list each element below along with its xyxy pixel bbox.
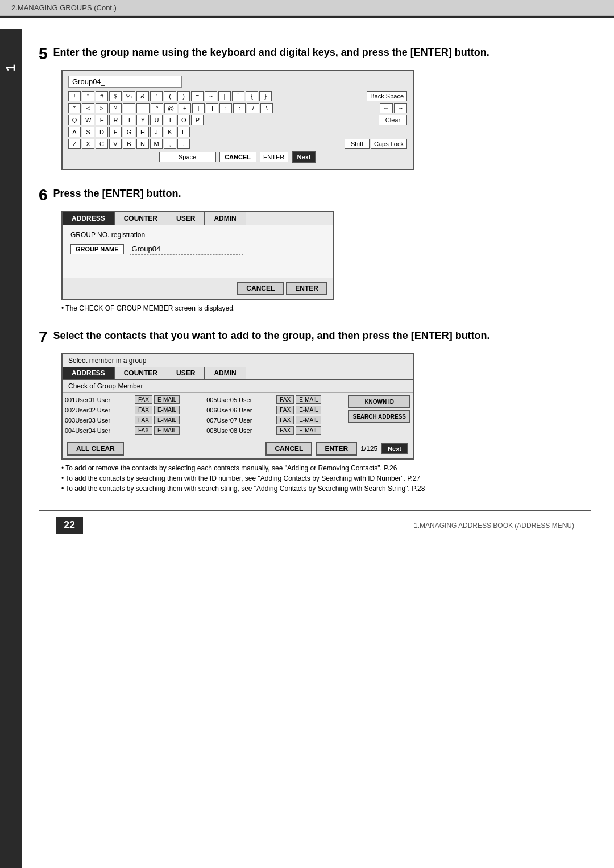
key-s[interactable]: S bbox=[82, 127, 94, 137]
key-apos[interactable]: ' bbox=[150, 91, 163, 101]
key-capslock[interactable]: Caps Lock bbox=[371, 139, 407, 149]
key-p[interactable]: P bbox=[191, 115, 204, 125]
key-open-bracket[interactable]: [ bbox=[192, 103, 205, 113]
key-star[interactable]: * bbox=[68, 103, 81, 113]
key-equals[interactable]: = bbox=[191, 91, 204, 101]
key-u[interactable]: U bbox=[150, 115, 163, 125]
key-z[interactable]: Z bbox=[68, 139, 81, 149]
key-i[interactable]: I bbox=[164, 115, 176, 125]
member-email-001[interactable]: E-MAIL bbox=[154, 395, 180, 404]
key-v[interactable]: V bbox=[109, 139, 122, 149]
tab-counter[interactable]: COUNTER bbox=[115, 212, 167, 225]
key-c[interactable]: C bbox=[96, 139, 108, 149]
key-pipe[interactable]: | bbox=[218, 91, 231, 101]
tab-user[interactable]: USER bbox=[167, 212, 205, 225]
key-percent[interactable]: % bbox=[123, 91, 135, 101]
member-email-008[interactable]: E-MAIL bbox=[296, 426, 321, 435]
key-f[interactable]: F bbox=[109, 127, 122, 137]
key-clear[interactable]: Clear bbox=[379, 115, 407, 125]
key-cancel[interactable]: CANCEL bbox=[219, 152, 256, 162]
key-close-paren[interactable]: ) bbox=[177, 91, 190, 101]
member-fax-008[interactable]: FAX bbox=[276, 426, 294, 435]
key-o[interactable]: O bbox=[177, 115, 190, 125]
member-fax-005[interactable]: FAX bbox=[276, 395, 294, 404]
key-backtick[interactable]: ` bbox=[232, 91, 244, 101]
member-email-004[interactable]: E-MAIL bbox=[154, 426, 180, 435]
key-l[interactable]: L bbox=[177, 127, 190, 137]
key-a[interactable]: A bbox=[68, 127, 81, 137]
member-fax-006[interactable]: FAX bbox=[276, 406, 294, 414]
key-open-paren[interactable]: ( bbox=[164, 91, 176, 101]
member-email-003[interactable]: E-MAIL bbox=[154, 416, 180, 424]
tab-address[interactable]: ADDRESS bbox=[63, 212, 115, 225]
key-period[interactable]: . bbox=[177, 139, 190, 149]
key-at[interactable]: @ bbox=[164, 103, 177, 113]
member-fax-004[interactable]: FAX bbox=[135, 426, 152, 435]
key-colon[interactable]: : bbox=[233, 103, 246, 113]
key-q[interactable]: Q bbox=[68, 115, 81, 125]
key-close-brace[interactable]: } bbox=[259, 91, 272, 101]
known-id-button[interactable]: KNOWN ID bbox=[348, 395, 410, 408]
key-dash[interactable]: — bbox=[136, 103, 150, 113]
key-backslash[interactable]: \ bbox=[260, 103, 273, 113]
key-left-arrow[interactable]: ← bbox=[380, 103, 393, 113]
key-exclaim[interactable]: ! bbox=[68, 91, 81, 101]
key-y[interactable]: Y bbox=[136, 115, 149, 125]
key-dollar[interactable]: $ bbox=[109, 91, 122, 101]
key-space[interactable]: Space bbox=[159, 152, 216, 162]
member-email-005[interactable]: E-MAIL bbox=[296, 395, 321, 404]
key-semicolon[interactable]: ; bbox=[219, 103, 232, 113]
key-caret[interactable]: ^ bbox=[151, 103, 163, 113]
key-shift[interactable]: Shift bbox=[345, 139, 370, 149]
key-w[interactable]: W bbox=[82, 115, 94, 125]
key-gt[interactable]: > bbox=[96, 103, 108, 113]
key-r[interactable]: R bbox=[109, 115, 122, 125]
tab7-admin[interactable]: ADMIN bbox=[205, 367, 246, 379]
member-email-006[interactable]: E-MAIL bbox=[296, 406, 321, 414]
tab7-user[interactable]: USER bbox=[167, 367, 205, 379]
key-e[interactable]: E bbox=[96, 115, 108, 125]
step7-cancel-button[interactable]: CANCEL bbox=[265, 442, 312, 456]
key-comma[interactable]: , bbox=[164, 139, 176, 149]
key-tilde[interactable]: ~ bbox=[205, 91, 217, 101]
key-hash[interactable]: # bbox=[96, 91, 108, 101]
key-t[interactable]: T bbox=[123, 115, 135, 125]
step7-all-clear-button[interactable]: ALL CLEAR bbox=[67, 442, 124, 456]
step7-next-button[interactable]: Next bbox=[381, 443, 408, 454]
step7-enter-button[interactable]: ENTER bbox=[316, 442, 357, 456]
step6-enter-button[interactable]: ENTER bbox=[286, 282, 327, 295]
key-b[interactable]: B bbox=[123, 139, 135, 149]
key-h[interactable]: H bbox=[136, 127, 149, 137]
key-plus[interactable]: + bbox=[179, 103, 191, 113]
key-g[interactable]: G bbox=[123, 127, 135, 137]
key-k[interactable]: K bbox=[164, 127, 176, 137]
member-fax-007[interactable]: FAX bbox=[276, 416, 294, 424]
member-email-007[interactable]: E-MAIL bbox=[296, 416, 321, 424]
key-n[interactable]: N bbox=[136, 139, 149, 149]
key-close-bracket[interactable]: ] bbox=[206, 103, 218, 113]
key-j[interactable]: J bbox=[150, 127, 163, 137]
key-open-brace[interactable]: { bbox=[246, 91, 258, 101]
member-fax-002[interactable]: FAX bbox=[135, 406, 152, 414]
member-fax-003[interactable]: FAX bbox=[135, 416, 152, 424]
key-d[interactable]: D bbox=[96, 127, 108, 137]
step6-cancel-button[interactable]: CANCEL bbox=[237, 282, 284, 295]
key-amp[interactable]: & bbox=[136, 91, 149, 101]
key-x[interactable]: X bbox=[82, 139, 94, 149]
tab-admin[interactable]: ADMIN bbox=[205, 212, 246, 225]
search-address-button[interactable]: SEARCH ADDRESS bbox=[348, 410, 410, 423]
member-fax-001[interactable]: FAX bbox=[135, 395, 152, 404]
key-slash[interactable]: / bbox=[247, 103, 259, 113]
key-backspace[interactable]: Back Space bbox=[367, 91, 407, 101]
key-quote[interactable]: " bbox=[82, 91, 94, 101]
key-next[interactable]: Next bbox=[292, 151, 317, 163]
member-email-002[interactable]: E-MAIL bbox=[154, 406, 180, 414]
key-lt[interactable]: < bbox=[82, 103, 94, 113]
key-underscore[interactable]: _ bbox=[123, 103, 135, 113]
key-m[interactable]: M bbox=[150, 139, 163, 149]
key-right-arrow[interactable]: → bbox=[394, 103, 407, 113]
key-enter[interactable]: ENTER bbox=[260, 152, 288, 162]
tab7-counter[interactable]: COUNTER bbox=[115, 367, 167, 379]
key-question[interactable]: ? bbox=[109, 103, 122, 113]
tab7-address[interactable]: ADDRESS bbox=[63, 367, 115, 379]
